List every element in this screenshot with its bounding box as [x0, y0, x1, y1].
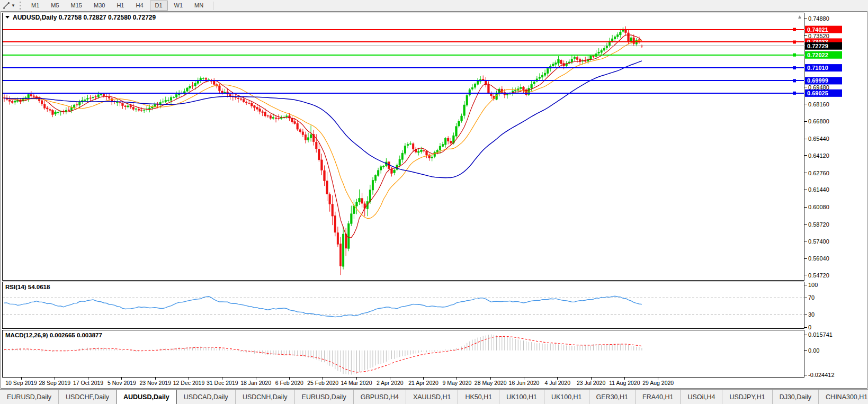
price-tick-label: 0.56040 [808, 255, 829, 262]
date-tick-label: 23 Jul 2020 [577, 380, 605, 386]
chart-window: 0.740210.730330.727290.720220.710100.699… [0, 11, 868, 389]
macd-tick-label: 0.015741 [808, 331, 833, 338]
hline-handle[interactable] [793, 92, 796, 95]
mt4-window: ▼ M1M5M15M30H1H4D1W1MN 0.740210.730330.7… [0, 0, 868, 404]
chart-canvas[interactable]: 0.740210.730330.727290.720220.710100.699… [0, 11, 868, 389]
chart-tab-usdjpy-h1[interactable]: USDJPY,H1 [722, 390, 772, 404]
chart-tab-usdcnh-daily[interactable]: USDCNH,Daily [235, 390, 294, 404]
chart-tab-uk100-h1[interactable]: UK100,H1 [544, 390, 589, 404]
timeframe-button-d1[interactable]: D1 [150, 1, 168, 11]
macd-label: MACD(12,26,9) 0.002665 0.003877 [5, 332, 102, 338]
date-tick-label: 12 Dec 2019 [173, 380, 205, 386]
date-tick-label: 5 Nov 2019 [108, 380, 136, 386]
symbol-ohlc-label: AUDUSD,Daily 0.72758 0.72827 0.72580 0.7… [13, 14, 156, 21]
chart-tab-usdcad-daily[interactable]: USDCAD,Daily [177, 390, 235, 404]
hline-handle[interactable] [793, 53, 796, 57]
price-tick-label: 0.73520 [808, 33, 829, 39]
macd-panel[interactable] [3, 330, 804, 378]
price-tag-label: 0.69999 [807, 77, 828, 84]
date-tick-label: 2 Apr 2020 [377, 380, 404, 386]
price-tag-label: 0.74021 [807, 26, 828, 33]
price-tick-label: 0.65440 [808, 136, 829, 142]
timeframe-button-m15[interactable]: M15 [66, 1, 87, 11]
price-tick-label: 0.62760 [808, 170, 829, 176]
price-tick-label: 0.60080 [808, 204, 829, 210]
date-tick-label: 17 Oct 2019 [73, 380, 103, 386]
date-tick-label: 23 Nov 2019 [139, 380, 171, 386]
date-tick-label: 18 Jan 2020 [240, 380, 271, 386]
chart-tab-hk50-h1[interactable]: HK50,H1 [458, 390, 499, 404]
date-tick-label: 14 Mar 2020 [341, 380, 372, 386]
date-tick-label: 16 Jun 2020 [509, 380, 540, 386]
timeframe-group: M1M5M15M30H1H4D1W1MN [25, 1, 209, 11]
chart-tab-usdchf-daily[interactable]: USDCHF,Daily [58, 390, 116, 404]
rsi-tick-label: 100 [808, 282, 818, 288]
rsi-label: RSI(14) 54.0618 [5, 284, 50, 290]
price-tag-label: 0.69025 [807, 90, 828, 96]
rsi-tick-label: 30 [808, 311, 815, 318]
price-tick-label: 0.69480 [808, 84, 829, 91]
timeframe-button-m30[interactable]: M30 [88, 1, 110, 11]
timeframe-button-h1[interactable]: H1 [111, 1, 129, 11]
timeframe-button-m1[interactable]: M1 [26, 1, 44, 11]
toolbar: ▼ M1M5M15M30H1H4D1W1MN [0, 0, 868, 12]
chart-tool-icon[interactable] [2, 2, 11, 10]
chart-tab-gbpusd-h4[interactable]: GBPUSD,H4 [353, 390, 406, 404]
chart-tab-audusd-daily[interactable]: AUDUSD,Daily [116, 389, 177, 404]
chart-tab-dj30-daily[interactable]: DJ30,Daily [772, 390, 818, 404]
date-tick-label: 10 Sep 2019 [5, 380, 37, 386]
date-tick-label: 21 Apr 2020 [408, 380, 439, 386]
toolbar-separator [213, 2, 213, 10]
timeframe-button-mn[interactable]: MN [189, 1, 209, 11]
date-tick-label: 11 Aug 2020 [609, 380, 640, 386]
price-tick-label: 0.58720 [808, 221, 829, 228]
chart-tab-ger30-h1[interactable]: GER30,H1 [589, 390, 635, 404]
chart-tab-usoil-h4[interactable]: USOil,H4 [680, 390, 722, 404]
price-tick-label: 0.64120 [808, 152, 829, 159]
rsi-panel[interactable] [3, 282, 804, 329]
main-panel[interactable] [3, 13, 804, 281]
rsi-tick-label: 0 [808, 324, 811, 330]
chart-tab-china300-h1[interactable]: CHINA300,H1 [818, 390, 868, 404]
price-tag-label: 0.71010 [807, 65, 828, 71]
chart-title: AUDUSD,Daily 0.72758 0.72827 0.72580 0.7… [5, 14, 156, 21]
hline-handle[interactable] [793, 79, 796, 82]
price-tick-label: 0.54720 [808, 272, 829, 279]
price-tick-label: 0.57400 [808, 238, 829, 245]
timeframe-button-h4[interactable]: H4 [130, 1, 148, 11]
rsi-tick-label: 70 [808, 294, 815, 301]
timeframe-button-w1[interactable]: W1 [169, 1, 189, 11]
chart-tab-fra40-h1[interactable]: FRA40,H1 [635, 390, 680, 404]
price-tag-label: 0.72729 [807, 43, 828, 49]
date-tick-label: 31 Dec 2019 [207, 380, 238, 386]
date-tick-label: 25 Feb 2020 [307, 380, 338, 386]
chart-tab-uk100-h1[interactable]: UK100,H1 [499, 390, 544, 404]
date-tick-label: 29 Aug 2020 [642, 380, 674, 386]
hline-handle[interactable] [793, 40, 796, 43]
price-tick-label: 0.68160 [808, 101, 829, 107]
timeframe-button-m5[interactable]: M5 [46, 1, 64, 11]
chart-tab-bar: EURUSD,DailyUSDCHF,DailyAUDUSD,DailyUSDC… [0, 389, 868, 404]
macd-tick-label: 0.00 [808, 347, 819, 354]
date-tick-label: 28 May 2020 [475, 380, 507, 386]
date-tick-label: 6 Feb 2020 [275, 380, 303, 386]
chart-tab-eurusd-daily[interactable]: EURUSD,Daily [294, 390, 353, 404]
date-tick-label: 4 Jul 2020 [545, 380, 571, 386]
chart-tab-eurusd-daily[interactable]: EURUSD,Daily [0, 390, 58, 404]
hline-handle[interactable] [793, 66, 796, 69]
toolbar-grip [20, 2, 21, 10]
price-tick-label: 0.74880 [808, 15, 829, 22]
price-tag-label: 0.72022 [807, 52, 828, 58]
macd-tick-label: -0.024412 [808, 372, 835, 378]
date-tick-label: 9 May 2020 [442, 380, 471, 386]
dropdown-arrow-icon[interactable]: ▼ [11, 3, 17, 8]
crosshair-cursor-icon [3, 2, 11, 10]
date-tick-label: 28 Sep 2019 [39, 380, 71, 386]
price-tick-label: 0.66800 [808, 118, 829, 124]
chart-tab-xauusd-h1[interactable]: XAUUSD,H1 [406, 390, 458, 404]
price-tick-label: 0.61440 [808, 186, 829, 193]
hline-handle[interactable] [793, 28, 796, 31]
